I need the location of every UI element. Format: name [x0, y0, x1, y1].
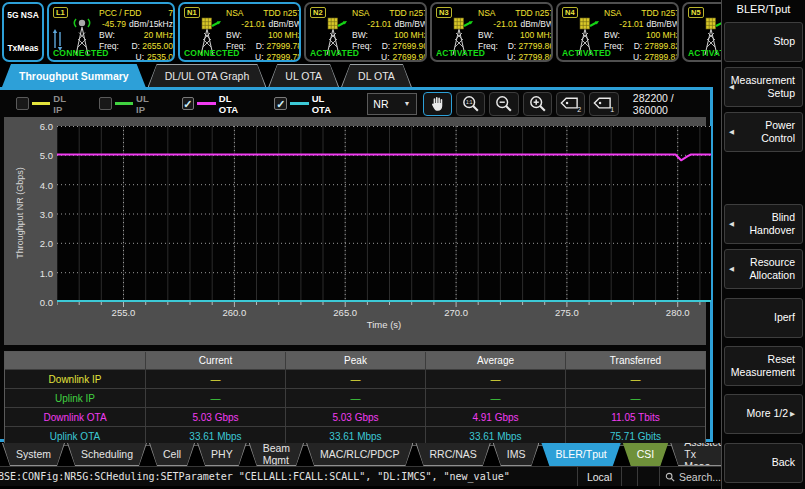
- tab-dl-ota[interactable]: DL OTA: [341, 64, 412, 87]
- throughput-results-table: Current Peak Average Transferred Downlin…: [4, 351, 706, 446]
- sample-counter: 282200 / 360000: [633, 92, 710, 116]
- legend-checkbox-dl-ip[interactable]: [16, 97, 29, 110]
- legend-checkbox-ul-ota[interactable]: ✓: [274, 97, 287, 110]
- more-pages-button[interactable]: More 1/2▶: [724, 394, 803, 434]
- legend-checkbox-dl-ota[interactable]: ✓: [182, 97, 195, 110]
- svg-text:2: 2: [577, 106, 581, 113]
- cell-status-text: ACTIVATED: [688, 48, 721, 58]
- legend-label-ul-ota: UL OTA: [312, 93, 346, 115]
- cell-status-n4[interactable]: N4 NSATDD n257 -21.01dBm/BW BW:100 MHz F…: [556, 2, 679, 62]
- mode-box[interactable]: 5G NSA TxMeas: [2, 2, 44, 62]
- dropdown-caret-icon: ▼: [404, 100, 411, 107]
- cell-info: PCC / FDD7 -45.79dBm/15kHz BW:20 MHz Fre…: [99, 8, 173, 62]
- search-box[interactable]: Search...: [659, 467, 721, 486]
- back-button[interactable]: Back: [724, 443, 803, 483]
- zoom-reset-icon: 1:1: [461, 94, 480, 113]
- tab-dl-ul-ota-graph[interactable]: DL/UL OTA Graph: [148, 64, 267, 87]
- cell-info: NSATDD n257 -21.01dBm/BW BW:100 MHz Freq…: [352, 8, 427, 62]
- cell-power-unit: dBm/15kHz: [129, 19, 173, 30]
- bottom-tab-rrc-nas[interactable]: RRC/NAS: [415, 443, 490, 466]
- cell-status-l1[interactable]: L1 PCC / FDD7 -45.79dBm/15kHz: [47, 2, 175, 62]
- legend-label-dl-ota: DL OTA: [219, 93, 253, 115]
- left-arrow-icon: ◀: [729, 265, 734, 273]
- app-window: 5G NSA TxMeas L1: [0, 0, 805, 489]
- cell-status-text: CONNECTED: [184, 48, 240, 58]
- cell-band: 7: [168, 8, 173, 19]
- bottom-tab-cell[interactable]: Cell: [149, 443, 195, 466]
- local-button[interactable]: Local: [577, 467, 621, 486]
- sidebar-title: BLER/Tput: [724, 3, 803, 20]
- marker-2-icon: 2: [559, 93, 583, 114]
- scpi-command-text: BSE:CONFig:NR5G:SCHeduling:SETParameter …: [0, 467, 577, 486]
- tab-throughput-summary[interactable]: Throughput Summary: [2, 64, 146, 87]
- left-arrow-icon: ◀: [729, 83, 734, 91]
- reset-measurement-button[interactable]: Reset Measurement: [724, 346, 803, 386]
- cell-status-n1[interactable]: N1 NSATDD n257 -21.01dBm/BW BW:100 MHz F…: [178, 2, 301, 62]
- stop-button[interactable]: Stop: [724, 22, 803, 62]
- legend-swatch-ul-ota: [290, 102, 309, 105]
- mode-line2: TxMeas: [7, 43, 38, 53]
- tab-ul-ota[interactable]: UL OTA: [268, 64, 339, 87]
- marker-1-icon: 1: [592, 93, 616, 114]
- left-arrow-icon: ◀: [729, 220, 734, 228]
- category-tabs: System Scheduling Cell PHY Beam Mgmt MAC…: [0, 442, 721, 466]
- svg-text:1:1: 1:1: [466, 100, 473, 105]
- bottom-tab-bler-tput[interactable]: BLER/Tput: [541, 443, 620, 466]
- throughput-chart[interactable]: Throughput NR (Gbps) 0.01.02.03.04.05.06…: [4, 117, 706, 345]
- legend-label-dl-ip: DL IP: [53, 93, 77, 115]
- bottom-tab-ims[interactable]: IMS: [493, 443, 540, 466]
- cell-bw: 20 MHz: [144, 30, 173, 41]
- pan-tool-button[interactable]: [423, 92, 452, 116]
- bottom-tab-mac-rlc-pdcp[interactable]: MAC/RLC/PDCP: [306, 443, 413, 466]
- mode-line1: 5G NSA: [7, 10, 39, 20]
- legend-swatch-dl-ota: [197, 102, 216, 105]
- cell-info: NSATDD n257 -21.01dBm/BW BW:100 MHz Freq…: [604, 8, 679, 62]
- bottom-tab-beam-mgmt[interactable]: Beam Mgmt: [249, 443, 304, 466]
- legend-label-ul-ip: UL IP: [136, 93, 160, 115]
- legend-swatch-ul-ip: [115, 102, 134, 105]
- search-icon: [665, 472, 675, 482]
- power-control-button[interactable]: ◀Power Control: [724, 112, 803, 152]
- cell-dl-freq: 2655.00: [142, 41, 173, 51]
- zoom-out-icon: [494, 94, 513, 113]
- legend-toolbar-row: DL IP UL IP ✓ DL OTA ✓ UL OTA: [0, 90, 710, 117]
- plot-area[interactable]: [57, 126, 711, 308]
- table-header-average: Average: [426, 352, 565, 369]
- legend-checkbox-ul-ip[interactable]: [99, 97, 112, 110]
- cell-status-n2[interactable]: N2 NSATDD n257 -21.01dBm/BW BW:100 MHz F…: [304, 2, 427, 62]
- zoom-out-button[interactable]: [489, 92, 518, 116]
- zoom-in-button[interactable]: [523, 92, 552, 116]
- marker-2-button[interactable]: 2: [556, 92, 585, 116]
- resource-allocation-button[interactable]: ◀Resource Allocation: [724, 249, 803, 289]
- statusbar-cell: [637, 467, 659, 486]
- zoom-reset-button[interactable]: 1:1: [456, 92, 485, 116]
- bottom-tab-phy[interactable]: PHY: [197, 443, 247, 466]
- cell-power: -45.79: [102, 19, 126, 30]
- iperf-button[interactable]: Iperf: [724, 298, 803, 338]
- zoom-in-icon: [528, 94, 547, 113]
- x-axis-title: Time (s): [57, 319, 711, 330]
- status-bar: BSE:CONFig:NR5G:SCHeduling:SETParameter …: [0, 466, 721, 486]
- bottom-tab-scheduling[interactable]: Scheduling: [67, 443, 147, 466]
- table-header-cell: [5, 352, 145, 369]
- bottom-tab-csi[interactable]: CSI: [623, 443, 669, 466]
- svg-text:1: 1: [611, 106, 615, 113]
- measurement-tabs: Throughput Summary DL/UL OTA Graph UL OT…: [0, 64, 721, 87]
- cell-status-bar: 5G NSA TxMeas L1: [0, 0, 721, 64]
- cell-status-n3[interactable]: N3 NSATDD n257 -21.01dBm/BW BW:100 MHz F…: [430, 2, 553, 62]
- bw-label: BW:: [99, 30, 115, 41]
- cell-status-n5[interactable]: N5 ACTIVATED: [682, 2, 721, 62]
- hand-icon: [428, 95, 446, 113]
- measurement-setup-button[interactable]: ◀Measurement Setup: [724, 67, 803, 107]
- marker-1-button[interactable]: 1: [589, 92, 618, 116]
- cell-status-text: ACTIVATED: [436, 48, 485, 58]
- blind-handover-button[interactable]: ◀Blind Handover: [724, 204, 803, 244]
- main-area: 5G NSA TxMeas L1: [0, 0, 721, 489]
- table-header-peak: Peak: [286, 352, 425, 369]
- right-arrow-icon: ▶: [790, 410, 795, 418]
- cell-status-text: CONNECTED: [53, 48, 109, 58]
- cell-ul-freq: 2535.0: [147, 52, 173, 62]
- rat-select-dropdown[interactable]: NR ▼: [367, 93, 416, 115]
- cell-tech: PCC / FDD: [99, 8, 142, 19]
- bottom-tab-system[interactable]: System: [2, 443, 65, 466]
